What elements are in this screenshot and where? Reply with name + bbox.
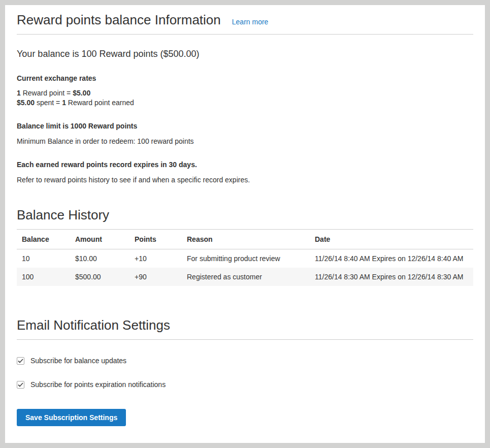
exchange-rate-line-1: 1 Reward point = $5.00 <box>17 88 473 98</box>
cell-points: +10 <box>129 249 182 268</box>
expiration-block: Each earned reward points record expires… <box>17 160 473 185</box>
cell-date: 11/26/14 8:40 AM Expires on 12/26/14 8:4… <box>310 249 473 268</box>
cell-balance: 100 <box>17 268 70 286</box>
checkmark-icon <box>18 359 23 363</box>
column-header-reason: Reason <box>182 230 310 249</box>
checkmark-icon <box>18 382 23 387</box>
points-expiration-option: Subscribe for points expiration notifica… <box>17 380 473 389</box>
table-row: 100 $500.00 +90 Registered as customer 1… <box>17 268 473 286</box>
points-expiration-label[interactable]: Subscribe for points expiration notifica… <box>30 380 166 389</box>
expiration-heading: Each earned reward points record expires… <box>17 160 473 170</box>
cell-amount: $500.00 <box>70 268 129 286</box>
column-header-date: Date <box>310 230 473 249</box>
balance-limit-body: Minimum Balance in order to redeem: 100 … <box>17 137 473 146</box>
balance-summary: Your balance is 100 Reward points ($500.… <box>17 48 473 60</box>
save-subscription-settings-button[interactable]: Save Subscription Settings <box>17 409 126 426</box>
exchange-rates-lines: 1 Reward point = $5.00 $5.00 spent = 1 R… <box>17 88 473 108</box>
balance-limit-heading: Balance limit is 1000 Reward points <box>17 121 473 131</box>
balance-limit-block: Balance limit is 1000 Reward points Mini… <box>17 121 473 146</box>
expiration-body: Refer to reward points history to see if… <box>17 175 473 185</box>
column-header-points: Points <box>129 230 182 249</box>
reward-points-page: Reward points balance Information Learn … <box>5 5 485 443</box>
exchange-rates-heading: Current exchange rates <box>17 74 473 83</box>
page-header: Reward points balance Information Learn … <box>17 12 473 35</box>
balance-history-header: Balance History <box>17 207 473 230</box>
cell-points: +90 <box>129 268 182 286</box>
column-header-balance: Balance <box>17 230 70 249</box>
balance-history-table: Balance Amount Points Reason Date 10 $10… <box>17 230 473 286</box>
cell-reason: Registered as customer <box>182 268 310 286</box>
email-notification-header: Email Notification Settings <box>17 317 473 340</box>
column-header-amount: Amount <box>70 230 129 249</box>
balance-history-section: Balance History Balance Amount Points Re… <box>17 207 473 286</box>
learn-more-link[interactable]: Learn more <box>232 18 269 26</box>
cell-balance: 10 <box>17 249 70 268</box>
page-title: Reward points balance Information <box>17 12 221 27</box>
email-notification-section: Email Notification Settings Subscribe fo… <box>17 317 473 426</box>
points-expiration-checkbox[interactable] <box>17 381 24 389</box>
cell-reason: For submitting product review <box>182 249 310 268</box>
table-header-row: Balance Amount Points Reason Date <box>17 230 473 249</box>
balance-history-title: Balance History <box>17 207 109 222</box>
exchange-rates-block: Current exchange rates 1 Reward point = … <box>17 74 473 108</box>
table-row: 10 $10.00 +10 For submitting product rev… <box>17 249 473 268</box>
balance-updates-checkbox[interactable] <box>17 357 24 365</box>
exchange-rate-line-2: $5.00 spent = 1 Reward point earned <box>17 98 473 108</box>
balance-updates-label[interactable]: Subscribe for balance updates <box>30 357 126 365</box>
cell-date: 11/26/14 8:30 AM Expires on 12/26/14 8:3… <box>310 268 473 286</box>
cell-amount: $10.00 <box>70 249 129 268</box>
email-notification-title: Email Notification Settings <box>17 317 170 333</box>
balance-updates-option: Subscribe for balance updates <box>17 357 473 365</box>
